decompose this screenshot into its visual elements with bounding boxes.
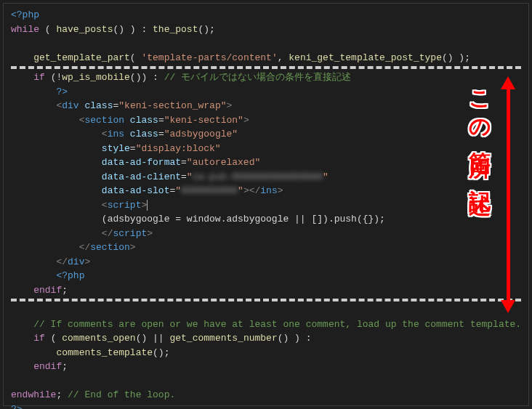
annotation-label: この箇所に記述 xyxy=(464,76,496,181)
arrow-down-icon xyxy=(501,300,515,313)
code-line: ?> xyxy=(11,402,521,410)
code-line: <?php xyxy=(11,8,521,23)
code-line: </script> xyxy=(11,227,521,241)
code-line: <?php xyxy=(11,269,521,283)
code-line: data-ad-format="autorelaxed" xyxy=(11,155,521,170)
code-line: endif; xyxy=(11,283,521,298)
blurred-client-id: ca-pub-0000000000000000 xyxy=(193,171,323,182)
code-line: </div> xyxy=(11,255,521,270)
code-line: while ( have_posts() ) : the_post(); xyxy=(11,23,521,37)
code-line: style="display:block" xyxy=(11,142,521,156)
code-line: <section class="keni-section"> xyxy=(11,113,521,128)
arrow-up-icon xyxy=(501,76,515,89)
section-divider xyxy=(11,299,521,301)
annotation-arrow xyxy=(501,76,515,313)
code-line xyxy=(11,36,521,51)
code-line: (adsbygoogle = window.adsbygoogle || [])… xyxy=(11,212,521,227)
php-open-tag: <?php xyxy=(11,9,39,20)
code-line: ?> xyxy=(11,85,521,100)
code-line: data-ad-slot="0000000000"></ins> xyxy=(11,184,521,198)
code-line xyxy=(11,303,521,317)
arrow-body xyxy=(507,89,510,300)
code-line xyxy=(11,374,521,389)
text-cursor xyxy=(147,200,148,211)
code-line: // If comments are open or we have at le… xyxy=(11,317,521,332)
code-line: </section> xyxy=(11,240,521,255)
code-line: <ins class="adsbygoogle" xyxy=(11,127,521,142)
code-line: <div class="keni-section_wrap"> xyxy=(11,99,521,113)
code-editor[interactable]: <?php while ( have_posts() ) : the_post(… xyxy=(3,3,529,406)
code-line: endif; xyxy=(11,360,521,374)
code-line: <script> xyxy=(11,198,521,213)
blurred-slot-id: 0000000000 xyxy=(181,185,238,196)
code-line: comments_template(); xyxy=(11,346,521,360)
section-divider xyxy=(11,66,521,69)
code-line: endwhile; // End of the loop. xyxy=(11,388,521,402)
code-line: get_template_part( 'template-parts/conte… xyxy=(11,51,521,65)
code-line: data-ad-client="ca-pub-0000000000000000" xyxy=(11,170,521,185)
code-line: if (!wp_is_mobile()) : // モバイルではない場合の条件を… xyxy=(11,70,521,85)
code-line: if ( comments_open() || get_comments_num… xyxy=(11,331,521,346)
